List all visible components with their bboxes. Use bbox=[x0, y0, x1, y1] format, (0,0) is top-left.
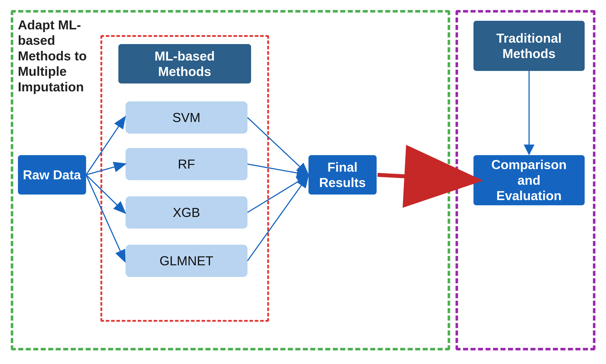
diagram-container: Adapt ML-based Methods to Multiple Imput… bbox=[7, 6, 599, 358]
svm-box: SVM bbox=[125, 101, 248, 134]
xgb-label: XGB bbox=[173, 205, 200, 220]
traditional-methods-box: Traditional Methods bbox=[473, 21, 585, 71]
rf-box: RF bbox=[125, 148, 248, 180]
ml-methods-label: ML-based Methods bbox=[154, 48, 215, 79]
raw-data-label: Raw Data bbox=[23, 167, 81, 182]
traditional-methods-label: Traditional Methods bbox=[496, 30, 562, 61]
comparison-label: Comparison and Evaluation bbox=[491, 157, 566, 203]
comparison-box: Comparison and Evaluation bbox=[473, 155, 585, 205]
glmnet-label: GLMNET bbox=[159, 253, 213, 269]
final-results-label: Final Results bbox=[319, 159, 366, 190]
glmnet-box: GLMNET bbox=[125, 245, 248, 277]
adapt-label: Adapt ML-based Methods to Multiple Imput… bbox=[18, 17, 104, 95]
final-results-box: Final Results bbox=[308, 155, 377, 195]
rf-label: RF bbox=[178, 156, 195, 172]
ml-methods-box: ML-based Methods bbox=[118, 44, 251, 83]
svm-label: SVM bbox=[172, 110, 200, 125]
raw-data-box: Raw Data bbox=[18, 155, 86, 195]
xgb-box: XGB bbox=[125, 196, 248, 229]
